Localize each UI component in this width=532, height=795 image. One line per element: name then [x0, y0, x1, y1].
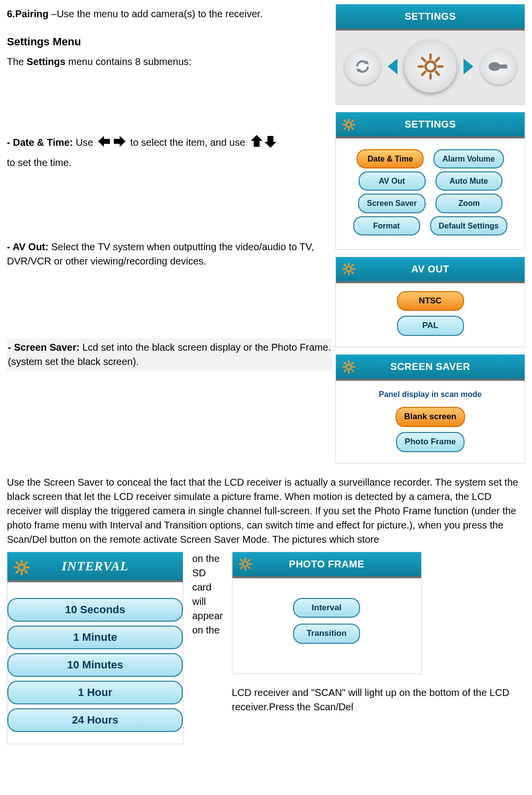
- interval-body: 10 Seconds 1 Minute 10 Minutes 1 Hour 24…: [7, 582, 183, 743]
- btn-1-minute[interactable]: 1 Minute: [7, 626, 183, 649]
- svg-point-11: [346, 122, 351, 127]
- svg-line-16: [344, 120, 346, 122]
- btn-alarm-volume[interactable]: Alarm Volume: [433, 149, 503, 168]
- svg-point-20: [346, 266, 351, 271]
- btn-1-hour[interactable]: 1 Hour: [7, 681, 183, 704]
- btn-auto-mute[interactable]: Auto Mute: [435, 171, 502, 191]
- lower-wrap-row: INTERVAL 10 Seconds 1 Minute 10 Minutes …: [7, 552, 525, 751]
- svg-point-47: [243, 562, 248, 566]
- btn-blank-screen[interactable]: Blank screen: [396, 407, 466, 427]
- settings-menu-heading: Settings Menu: [7, 34, 332, 50]
- btn-pal[interactable]: PAL: [397, 316, 464, 336]
- btn-format[interactable]: Format: [353, 216, 420, 235]
- screen-saver-desc: - Screen Saver: Lcd set into the black s…: [7, 338, 332, 371]
- avout-title: AV OUT: [336, 257, 525, 283]
- svg-line-5: [422, 58, 425, 61]
- avout-body: NTSC PAL: [336, 283, 525, 347]
- btn-zoom[interactable]: Zoom: [435, 194, 502, 213]
- tail-text: LCD receiver and "SCAN" will light up on…: [232, 686, 525, 714]
- svg-line-7: [436, 58, 439, 61]
- gear-icon: [13, 559, 27, 573]
- date-time-desc: - Date & Time: Use to select the item, a…: [7, 134, 332, 153]
- svg-point-0: [426, 62, 435, 71]
- narrow-continuation-text: on the SD card will appear on the: [192, 552, 223, 637]
- gear-icon: [342, 360, 356, 374]
- photoframe-body: Interval Transition: [233, 578, 421, 673]
- screensaver-panel: SCREEN SAVER Panel display in scan mode …: [335, 354, 525, 463]
- interval-panel: INTERVAL 10 Seconds 1 Minute 10 Minutes …: [7, 552, 183, 744]
- settings-submenu-body: Date & Time Alarm Volume AV Out Auto Mut…: [336, 138, 525, 249]
- svg-line-28: [344, 272, 346, 273]
- btn-24-hours[interactable]: 24 Hours: [7, 708, 183, 732]
- svg-line-54: [248, 560, 250, 561]
- btn-date-time[interactable]: Date & Time: [357, 149, 424, 168]
- gear-icon: [342, 118, 356, 132]
- pairing-line: 6.Pairing –Use the menu to add camera(s)…: [7, 7, 332, 21]
- svg-line-6: [436, 72, 439, 75]
- svg-line-8: [422, 72, 425, 75]
- svg-point-38: [19, 564, 25, 570]
- svg-line-55: [241, 567, 242, 568]
- left-right-arrows-icon: [98, 134, 126, 153]
- btn-default-settings[interactable]: Default Settings: [430, 216, 508, 235]
- svg-line-44: [25, 571, 27, 573]
- svg-line-26: [352, 272, 353, 273]
- photoframe-title: PHOTO FRAME: [233, 552, 421, 578]
- device-screenshots-column: SETTINGS SETTINGS Date & Time: [335, 4, 525, 470]
- svg-rect-10: [499, 65, 507, 68]
- svg-line-18: [352, 120, 353, 122]
- settings-carousel: [336, 31, 525, 104]
- btn-10-minutes[interactable]: 10 Minutes: [7, 653, 183, 677]
- settings-submenu-title: SETTINGS: [336, 112, 525, 138]
- btn-screen-saver[interactable]: Screen Saver: [358, 194, 426, 213]
- document-left-column: 6.Pairing –Use the menu to add camera(s)…: [7, 4, 332, 374]
- settings-top-panel: SETTINGS: [335, 4, 525, 105]
- svg-point-9: [489, 62, 500, 71]
- carousel-item-camera[interactable]: [480, 48, 517, 85]
- svg-line-36: [352, 363, 353, 364]
- interval-title: INTERVAL: [7, 552, 183, 583]
- svg-line-53: [248, 567, 250, 568]
- screen-saver-long-para: Use the Screen Saver to conceal the fact…: [7, 475, 525, 547]
- screensaver-body: Panel display in scan mode Blank screen …: [336, 381, 525, 463]
- svg-line-37: [344, 370, 346, 371]
- date-time-desc-2: to set the time.: [7, 156, 332, 170]
- svg-line-43: [16, 562, 18, 564]
- svg-point-29: [346, 364, 351, 369]
- svg-line-27: [352, 265, 353, 266]
- svg-line-34: [344, 363, 346, 364]
- settings-submenu-panel: SETTINGS Date & Time Alarm Volume AV Out…: [335, 112, 525, 250]
- av-out-desc: - AV Out: Select the TV system when outp…: [7, 240, 332, 268]
- carousel-prev-icon[interactable]: [388, 59, 398, 74]
- carousel-item-refresh[interactable]: [344, 48, 381, 85]
- screensaver-title: SCREEN SAVER: [336, 355, 525, 381]
- svg-line-45: [25, 562, 27, 564]
- photoframe-panel: PHOTO FRAME Interval Transition: [232, 552, 422, 674]
- svg-line-52: [241, 560, 242, 561]
- btn-10-seconds[interactable]: 10 Seconds: [7, 598, 183, 622]
- settings-menu-intro: The Settings menu contains 8 submenus:: [7, 55, 332, 69]
- btn-transition[interactable]: Transition: [293, 624, 360, 644]
- down-up-arrows-icon: [250, 134, 277, 153]
- carousel-item-settings[interactable]: [404, 40, 457, 93]
- settings-top-title: SETTINGS: [336, 4, 525, 31]
- btn-interval[interactable]: Interval: [293, 598, 360, 618]
- gear-icon: [238, 557, 252, 571]
- gear-icon: [342, 262, 356, 276]
- btn-av-out[interactable]: AV Out: [359, 171, 426, 191]
- svg-line-17: [352, 128, 353, 129]
- svg-line-35: [352, 370, 353, 371]
- btn-photo-frame[interactable]: Photo Frame: [396, 432, 465, 452]
- avout-panel: AV OUT NTSC PAL: [335, 257, 525, 347]
- screensaver-subtitle: Panel display in scan mode: [347, 389, 514, 400]
- svg-line-25: [344, 265, 346, 266]
- btn-ntsc[interactable]: NTSC: [397, 291, 464, 311]
- svg-line-46: [16, 571, 18, 573]
- svg-line-19: [344, 128, 346, 129]
- carousel-next-icon[interactable]: [464, 59, 473, 74]
